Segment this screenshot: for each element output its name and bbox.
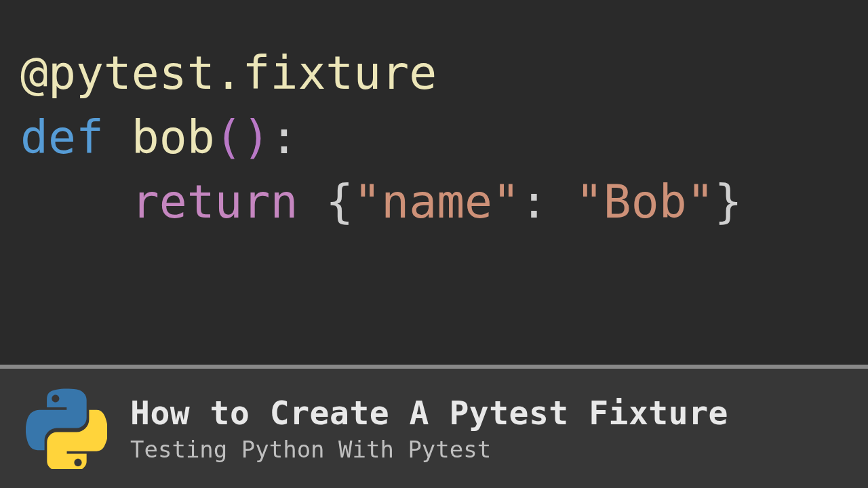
code-string-key: "name" [353,175,520,228]
code-keyword-def: def [20,110,104,164]
slide-subtitle: Testing Python With Pytest [130,436,728,463]
code-rparen: ) [243,110,271,164]
slide-container: @pytest.fixture def bob(): return {"name… [0,0,868,488]
code-colon: : [271,110,298,164]
code-space [104,110,132,164]
code-dict-colon: : [520,175,548,228]
python-logo-icon [26,388,107,469]
footer: How to Create A Pytest Fixture Testing P… [0,369,868,488]
footer-text-block: How to Create A Pytest Fixture Testing P… [130,394,728,463]
code-decorator: @pytest.fixture [20,46,437,100]
code-indent [20,175,132,228]
code-snippet: @pytest.fixture def bob(): return {"name… [0,0,868,365]
code-string-value: "Bob" [576,175,715,228]
code-space [298,175,326,228]
code-keyword-return: return [132,175,298,228]
code-rbrace: } [715,175,743,228]
code-lparen: ( [215,110,243,164]
slide-title: How to Create A Pytest Fixture [130,394,728,432]
code-function-name: bob [132,110,215,164]
code-lbrace: { [326,175,353,228]
code-space [548,175,576,228]
